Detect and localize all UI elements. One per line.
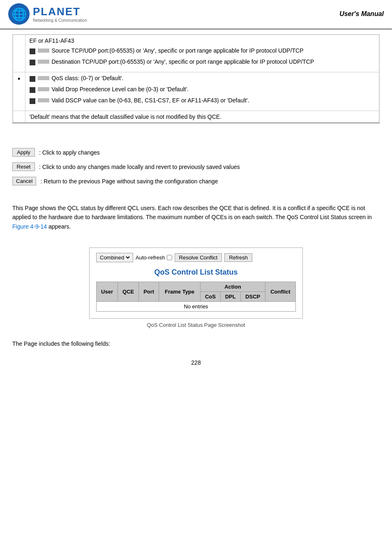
port-header: Port (139, 282, 159, 302)
dscp-header: DSCP (240, 292, 265, 302)
button-section: Apply : Click to apply changes Reset : C… (0, 140, 392, 199)
drop-precedence-text: Valid Drop Precedence Level can be (0-3)… (52, 86, 189, 92)
auto-refresh-control: Auto-refresh (136, 254, 172, 261)
auto-refresh-checkbox[interactable] (167, 255, 172, 260)
brand-name: PLANET (33, 5, 87, 18)
cancel-description: : Return to the previous Page without sa… (40, 178, 218, 185)
manual-title: User's Manual (339, 10, 384, 18)
qce-header: QCE (118, 282, 139, 302)
qos-class-row: QoS class: (0-7) or 'Default'. (30, 75, 375, 82)
table-row: • QoS class: (0-7) or 'Default'. Valid D… (13, 72, 379, 111)
page-number: 228 (0, 351, 392, 374)
cos-header: CoS (201, 292, 221, 302)
fields-text: The Page includes the following fields: (12, 340, 380, 347)
source-port-row: Source TCP/UDP port:(0-65535) or 'Any', … (30, 47, 375, 54)
brand-sub: Networking & Communication (33, 18, 87, 23)
description-paragraph: This Page shows the QCL status by differ… (12, 204, 380, 231)
reset-button-row: Reset : Click to undo any changes made l… (12, 162, 380, 171)
cancel-button[interactable]: Cancel (12, 177, 36, 185)
content-cell: EF or AF11-AF43 Source TCP/UDP port:(0-6… (25, 35, 379, 72)
auto-refresh-label: Auto-refresh (136, 254, 165, 261)
page-header: 🌐 PLANET Networking & Communication User… (0, 0, 392, 29)
figure-link[interactable]: Figure 4-9-14 (12, 223, 47, 230)
qos-status-table: User QCE Port Frame Type Action Conflict… (96, 282, 296, 312)
bullet-cell: • (13, 72, 25, 111)
resolve-conflict-button[interactable]: Resolve Conflict (175, 253, 222, 262)
dpl-header: DPL (220, 292, 240, 302)
drop-precedence-row: Valid Drop Precedence Level can be (0-3)… (30, 86, 375, 93)
no-entries-row: No entries (97, 302, 296, 312)
refresh-button[interactable]: Refresh (224, 253, 252, 262)
content-cell: QoS class: (0-7) or 'Default'. Valid Dro… (25, 72, 379, 111)
source-port-text: Source TCP/UDP port:(0-65535) or 'Any', … (52, 47, 304, 54)
gray-rect-icon (38, 76, 49, 80)
logo-area: 🌐 PLANET Networking & Communication (8, 3, 87, 25)
qos-toolbar: Combined Auto-refresh Resolve Conflict R… (96, 253, 296, 262)
info-table: EF or AF11-AF43 Source TCP/UDP port:(0-6… (12, 34, 380, 123)
black-square-icon (30, 98, 35, 104)
fields-section: The Page includes the following fields: (0, 336, 392, 351)
qos-title: QoS Control List Status (96, 268, 296, 277)
action-header: Action (201, 282, 265, 292)
black-square-icon (30, 49, 35, 54)
reset-button[interactable]: Reset (12, 162, 35, 171)
bullet-cell (13, 35, 25, 72)
apply-button-row: Apply : Click to apply changes (12, 148, 380, 157)
ef-label: EF or AF11-AF43 (30, 37, 375, 44)
gray-rect-icon (38, 87, 49, 91)
dest-port-text: Destination TCP/UDP port:(0-65535) or 'A… (52, 58, 314, 65)
combined-dropdown[interactable]: Combined (96, 253, 133, 262)
gray-rect-icon (38, 49, 49, 53)
description-section: This Page shows the QCL status by differ… (0, 199, 392, 239)
qos-class-text: QoS class: (0-7) or 'Default'. (52, 75, 124, 81)
combined-select[interactable]: Combined (98, 254, 131, 261)
black-square-icon (30, 76, 35, 82)
qos-widget: Combined Auto-refresh Resolve Conflict R… (89, 247, 303, 319)
conflict-header: Conflict (265, 282, 295, 302)
black-square-icon (30, 60, 35, 65)
dest-port-row: Destination TCP/UDP port:(0-65535) or 'A… (30, 58, 375, 65)
table-row: EF or AF11-AF43 Source TCP/UDP port:(0-6… (13, 35, 379, 72)
default-note: 'Default' means that the default classif… (30, 113, 222, 120)
dscp-text: Valid DSCP value can be (0-63, BE, CS1-C… (52, 97, 249, 104)
bullet-cell (13, 111, 25, 123)
cancel-button-row: Cancel : Return to the previous Page wit… (12, 177, 380, 185)
widget-caption: QoS Control List Status Page Screenshot (147, 322, 245, 328)
frame-type-header: Frame Type (159, 282, 201, 302)
note-cell: 'Default' means that the default classif… (25, 111, 379, 123)
logo-icon: 🌐 (8, 3, 30, 25)
table-row: 'Default' means that the default classif… (13, 111, 379, 123)
table-header-row: User QCE Port Frame Type Action Conflict (97, 282, 296, 292)
apply-button[interactable]: Apply (12, 148, 35, 157)
no-entries-cell: No entries (97, 302, 296, 312)
qos-widget-wrapper: Combined Auto-refresh Resolve Conflict R… (89, 247, 303, 328)
gray-rect-icon (38, 98, 49, 102)
logo-text: PLANET Networking & Communication (33, 5, 87, 23)
dscp-row: Valid DSCP value can be (0-63, BE, CS1-C… (30, 97, 375, 104)
gray-rect-icon (38, 60, 49, 64)
info-table-section: EF or AF11-AF43 Source TCP/UDP port:(0-6… (0, 30, 392, 140)
black-square-icon (30, 87, 35, 93)
reset-description: : Click to undo any changes made locally… (39, 164, 240, 170)
apply-description: : Click to apply changes (39, 149, 100, 156)
user-header: User (97, 282, 118, 302)
